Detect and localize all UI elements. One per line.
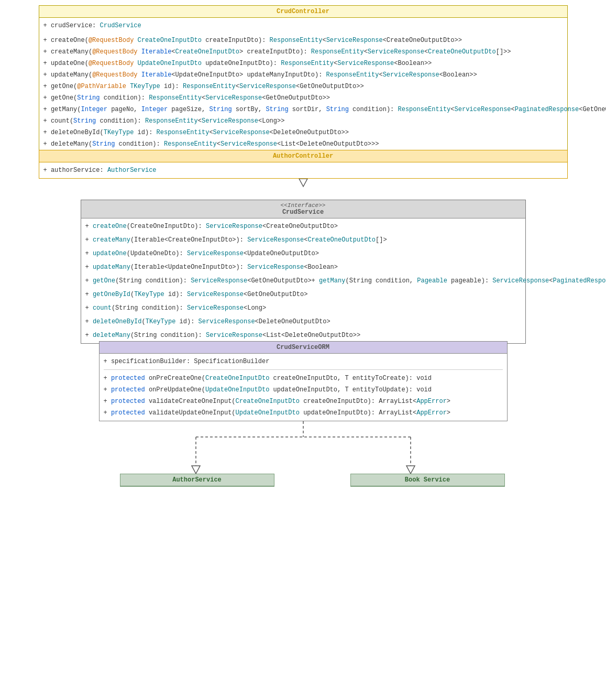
crud-controller-method-5: + getOne(@PathVariable TKeyType id): Res… [43,81,563,92]
crud-controller-title: CrudController [39,6,567,18]
svg-marker-7 [192,466,200,474]
crud-service-method-5: + getOne(String condition): ServiceRespo… [85,275,521,287]
crud-service-method-8: + deleteOneById(TKeyType id): ServiceRes… [85,316,521,327]
crud-controller-method-7: + getMany(Integer pageNo, Integer pageSi… [43,104,563,115]
crud-service-orm-method-1: + protected onPreCreateOne(CreateOneInpu… [104,373,503,384]
author-service-title: AuthorService [120,474,274,486]
book-service-title: Book Service [351,474,504,486]
uml-diagram: CrudController + crudService: CrudServic… [5,5,601,487]
crud-controller-body: + crudService: CrudService + createOne(@… [39,18,567,152]
crud-service-body: + createOne(CreateOneInputDto): ServiceR… [81,218,525,343]
svg-marker-9 [406,466,415,474]
crud-service-orm-field-1: + specificationBuilder: SpecificationBui… [104,356,503,367]
crud-controller-method-2: + createMany(@RequestBody Iterable<Creat… [43,46,563,58]
crud-service-orm-box: CrudServiceORM + specificationBuilder: S… [99,341,508,421]
crud-controller-method-6: + getOne(String condition): ResponseEnti… [43,92,563,104]
crud-controller-field-1: + crudService: CrudService [43,20,563,31]
crud-controller-method-10: + deleteMany(String condition): Response… [43,138,563,150]
crud-service-orm-title: CrudServiceORM [100,342,507,354]
crud-service-title: <<Interface>> CrudService [81,200,525,218]
svg-marker-1 [299,179,307,187]
crud-service-method-9: + deleteMany(String condition): ServiceR… [85,330,521,341]
crud-service-orm-method-3: + protected validateCreateOneInput(Creat… [104,396,503,407]
author-controller-body: + authorService: AuthorService [39,162,567,178]
crud-controller-method-9: + deleteOneById(TKeyType id): ResponseEn… [43,127,563,138]
crud-service-orm-method-2: + protected onPreUpdateOne(UpdateOneInpu… [104,384,503,396]
fork-connectors-svg [99,421,508,479]
author-controller-box: AuthorController + authorService: Author… [39,150,568,179]
crud-controller-method-4: + updateMany(@RequestBody Iterable<Updat… [43,69,563,81]
author-service-box: AuthorService [120,474,274,487]
fork-connectors [99,421,508,479]
crud-controller-method-1: + createOne(@RequestBody CreateOneInputD… [43,35,563,46]
crud-service-method-2: + createMany(Iterable<CreateOneInputDto>… [85,234,521,246]
crud-service-method-7: + count(String condition): ServiceRespon… [85,302,521,314]
crud-service-orm-method-4: + protected validateUpdateOneInput(Updat… [104,407,503,419]
crud-controller-method-8: + count(String condition): ResponseEntit… [43,115,563,127]
author-controller-field-1: + authorService: AuthorService [43,165,563,176]
crud-service-box: <<Interface>> CrudService + createOne(Cr… [81,200,526,344]
book-service-box: Book Service [350,474,505,487]
crud-controller-box: CrudController + crudService: CrudServic… [39,5,568,152]
crud-controller-method-3: + updateOne(@RequestBody UpdateOneInputD… [43,58,563,69]
crud-service-orm-body: + specificationBuilder: SpecificationBui… [100,354,507,421]
author-controller-title: AuthorController [39,150,567,162]
crud-service-method-4: + updateMany(Iterable<UpdateOneInputDto>… [85,261,521,273]
crud-service-method-3: + updateOne(UpdateOneDto): ServiceRespon… [85,248,521,259]
crud-service-method-6: + getOneById(TKeyType id): ServiceRespon… [85,289,521,300]
crud-service-method-1: + createOne(CreateOneInputDto): ServiceR… [85,221,521,232]
